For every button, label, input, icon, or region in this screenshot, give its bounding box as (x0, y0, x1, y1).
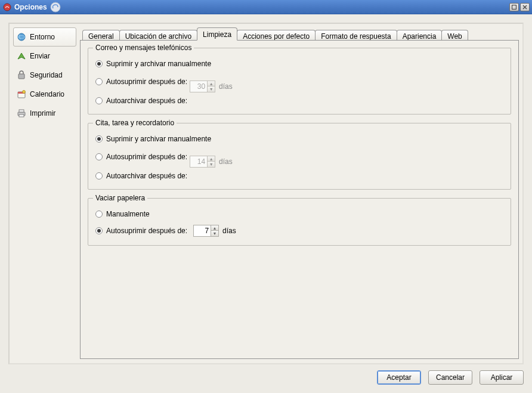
radio-cita-autosuprimir[interactable]: Autosuprimir después de: (95, 152, 187, 162)
radio-cita-autoarchivar[interactable]: Autoarchivar después de: (95, 171, 187, 181)
window-body: Entorno Enviar Seguridad Calendario (0, 14, 532, 393)
radio-icon[interactable] (95, 78, 103, 85)
distro-swirl-icon (50, 1, 61, 13)
days-input[interactable] (194, 225, 211, 236)
app-icon (2, 2, 12, 12)
radio-label: Suprimir y archivar manualmente (106, 135, 211, 143)
titlebar: Opciones (0, 0, 532, 14)
sidebar-item-label: Entorno (30, 33, 55, 41)
days-unit: días (219, 82, 233, 91)
group-cita: Cita, tarea y recordatorio Suprimir y ar… (88, 123, 511, 190)
radio-label: Autosuprimir después de: (106, 153, 187, 161)
maximize-button[interactable] (509, 3, 519, 11)
environment-icon (17, 32, 26, 42)
days-unit: días (222, 227, 236, 235)
radio-label: Autosuprimir después de: (106, 227, 187, 235)
cancel-button[interactable]: Cancelar (428, 370, 472, 385)
radio-correo-autoarchivar[interactable]: Autoarchivar después de: (95, 96, 187, 106)
tab-limpieza[interactable]: Limpieza (197, 27, 237, 41)
sidebar-item-entorno[interactable]: Entorno (13, 27, 76, 47)
sidebar-item-calendario[interactable]: Calendario (13, 85, 76, 104)
group-correo: Correo y mensajes telefónicos Suprimir y… (88, 48, 511, 115)
radio-icon[interactable] (95, 135, 103, 143)
svg-point-1 (51, 2, 60, 12)
radio-icon[interactable] (95, 211, 103, 218)
group-title: Correo y mensajes telefónicos (93, 44, 194, 52)
days-input[interactable] (190, 156, 207, 167)
sidebar-item-seguridad[interactable]: Seguridad (13, 66, 76, 85)
svg-rect-10 (19, 110, 24, 112)
radio-icon[interactable] (95, 97, 103, 104)
svg-point-3 (18, 33, 25, 41)
sidebar: Entorno Enviar Seguridad Calendario (10, 24, 80, 363)
sidebar-item-label: Seguridad (30, 71, 63, 79)
radio-icon[interactable] (95, 172, 103, 180)
spin-up-icon[interactable]: ▲ (208, 156, 215, 162)
radio-papelera-manual[interactable]: Manualmente (95, 209, 503, 219)
group-title: Cita, tarea y recordatorio (93, 119, 177, 127)
sidebar-item-imprimir[interactable]: Imprimir (13, 104, 76, 123)
main-frame: Entorno Enviar Seguridad Calendario (8, 23, 524, 364)
sidebar-item-enviar[interactable]: Enviar (13, 47, 76, 66)
radio-papelera-autosuprimir[interactable]: Autosuprimir después de: ▲ ▼ días (95, 225, 503, 237)
svg-point-8 (23, 91, 26, 94)
send-icon (17, 51, 26, 61)
footer: Aceptar Cancelar Aplicar (8, 364, 524, 385)
days-input[interactable] (190, 81, 207, 92)
sidebar-item-label: Enviar (30, 52, 50, 60)
days-spinbox-cita[interactable]: ▲ ▼ (190, 156, 215, 168)
days-spinbox-papelera[interactable]: ▲ ▼ (193, 225, 219, 237)
radio-label: Autoarchivar después de: (106, 97, 187, 105)
tab-content: Correo y mensajes telefónicos Suprimir y… (80, 40, 519, 359)
radio-label: Manualmente (106, 210, 150, 218)
print-icon (17, 109, 26, 118)
radio-correo-autosuprimir[interactable]: Autosuprimir después de: (95, 77, 187, 86)
svg-rect-2 (512, 5, 516, 9)
days-spinbox-correo[interactable]: ▲ ▼ (190, 81, 215, 92)
radio-label: Autoarchivar después de: (106, 172, 187, 180)
days-unit: días (219, 157, 233, 166)
ok-button[interactable]: Aceptar (377, 370, 421, 385)
spin-up-icon[interactable]: ▲ (211, 225, 218, 231)
group-title: Vaciar papelera (93, 194, 147, 202)
radio-label: Suprimir y archivar manualmente (106, 60, 211, 68)
svg-rect-11 (19, 115, 24, 117)
calendar-icon (17, 89, 26, 99)
spin-down-icon[interactable]: ▼ (208, 86, 215, 92)
tab-area: General Ubicación de archivo Limpieza Ac… (80, 24, 522, 363)
close-button[interactable] (520, 3, 530, 11)
spin-down-icon[interactable]: ▼ (208, 162, 215, 167)
svg-point-0 (4, 4, 11, 11)
radio-icon[interactable] (95, 60, 103, 67)
spin-down-icon[interactable]: ▼ (211, 231, 218, 236)
radio-label: Autosuprimir después de: (106, 78, 187, 86)
sidebar-item-label: Calendario (30, 90, 64, 98)
group-papelera: Vaciar papelera Manualmente Autosuprimir… (88, 198, 511, 246)
spin-up-icon[interactable]: ▲ (208, 81, 215, 86)
tab-strip: General Ubicación de archivo Limpieza Ac… (80, 27, 519, 41)
radio-cita-manual[interactable]: Suprimir y archivar manualmente (95, 134, 503, 144)
apply-button[interactable]: Aplicar (480, 370, 524, 385)
security-icon (17, 70, 26, 80)
radio-icon[interactable] (95, 227, 103, 234)
svg-rect-5 (18, 74, 24, 79)
window-title: Opciones (14, 3, 47, 11)
radio-icon[interactable] (95, 153, 103, 160)
sidebar-item-label: Imprimir (30, 109, 55, 117)
radio-correo-manual[interactable]: Suprimir y archivar manualmente (95, 59, 503, 69)
